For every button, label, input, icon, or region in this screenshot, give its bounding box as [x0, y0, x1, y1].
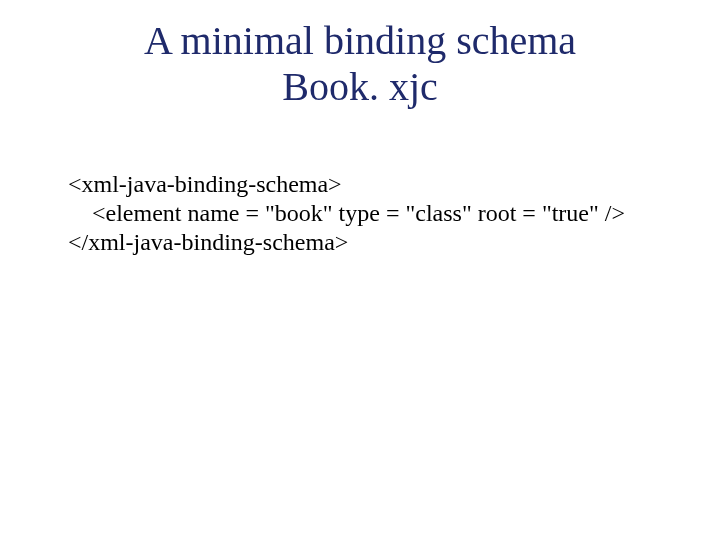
slide-title: A minimal binding schema Book. xjc [0, 0, 720, 110]
code-block: <xml-java-binding-schema> <element name … [0, 110, 720, 256]
code-line-1: <xml-java-binding-schema> [68, 171, 342, 197]
code-line-3: </xml-java-binding-schema> [68, 229, 348, 255]
code-line-2: <element name = "book" type = "class" ro… [68, 200, 625, 226]
slide: A minimal binding schema Book. xjc <xml-… [0, 0, 720, 540]
title-line-2: Book. xjc [282, 64, 438, 109]
title-line-1: A minimal binding schema [144, 18, 576, 63]
